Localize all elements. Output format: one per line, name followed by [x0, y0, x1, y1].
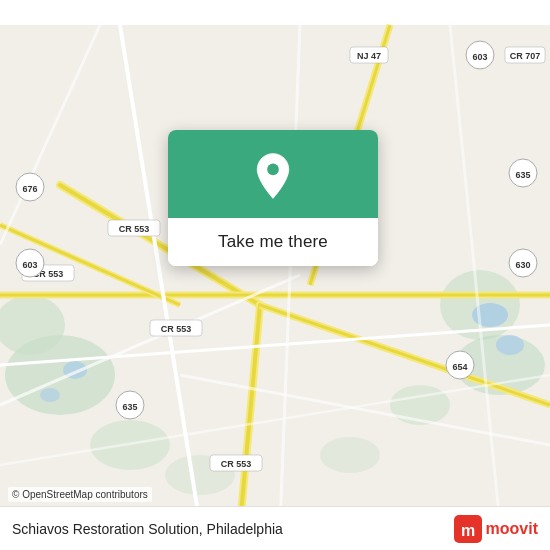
popup-top: [168, 130, 378, 218]
svg-text:CR 553: CR 553: [161, 324, 192, 334]
svg-point-8: [320, 437, 380, 473]
popup-card: Take me there: [168, 130, 378, 266]
svg-text:635: 635: [515, 170, 530, 180]
popup-bottom[interactable]: Take me there: [168, 218, 378, 266]
bottom-bar: Schiavos Restoration Solution, Philadelp…: [0, 506, 550, 550]
moovit-brand-text: moovit: [486, 520, 538, 538]
svg-point-10: [496, 335, 524, 355]
location-pin-icon: [249, 152, 297, 200]
svg-text:654: 654: [452, 362, 467, 372]
svg-text:676: 676: [22, 184, 37, 194]
svg-text:630: 630: [515, 260, 530, 270]
svg-point-59: [267, 164, 279, 176]
svg-text:603: 603: [472, 52, 487, 62]
svg-text:CR 553: CR 553: [221, 459, 252, 469]
svg-point-12: [40, 388, 60, 402]
osm-attribution: © OpenStreetMap contributors: [8, 487, 152, 502]
map-container: CR 553 CR 553 CR 553 CR 553 NJ 47 603 CR…: [0, 0, 550, 550]
svg-text:635: 635: [122, 402, 137, 412]
moovit-logo: m moovit: [454, 515, 538, 543]
svg-text:CR 553: CR 553: [119, 224, 150, 234]
moovit-icon: m: [454, 515, 482, 543]
svg-point-6: [90, 420, 170, 470]
location-label: Schiavos Restoration Solution, Philadelp…: [12, 521, 454, 537]
svg-text:CR 707: CR 707: [510, 51, 541, 61]
svg-text:m: m: [460, 522, 474, 539]
map-background: CR 553 CR 553 CR 553 CR 553 NJ 47 603 CR…: [0, 0, 550, 550]
osm-attribution-text: © OpenStreetMap contributors: [12, 489, 148, 500]
take-me-there-button[interactable]: Take me there: [208, 232, 338, 252]
svg-text:603: 603: [22, 260, 37, 270]
svg-text:NJ 47: NJ 47: [357, 51, 381, 61]
